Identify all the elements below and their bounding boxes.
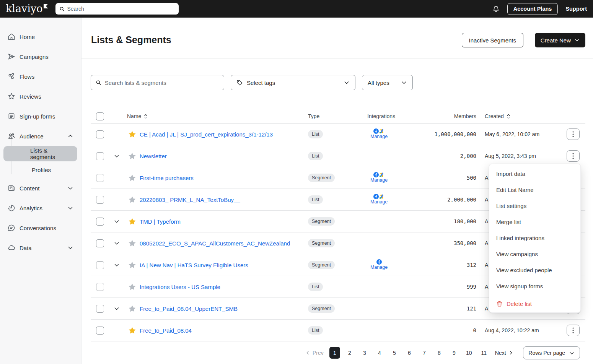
row-star[interactable] [128,326,137,335]
row-star[interactable] [128,130,137,139]
chevron-down-icon [401,80,407,86]
sidebar-item[interactable]: Sign-up forms [0,106,81,126]
page-number-button[interactable]: 4 [374,347,385,359]
next-page-button[interactable]: Next [495,350,513,356]
row-checkbox[interactable] [96,152,104,160]
page-number-button[interactable]: 6 [404,347,415,359]
create-new-button[interactable]: Create New [535,33,585,47]
notifications-bell-icon[interactable] [492,5,500,13]
row-checkbox[interactable] [96,218,104,226]
sidebar-item[interactable]: Campaigns [0,47,81,67]
row-checkbox[interactable] [96,283,104,291]
sidebar-item[interactable]: Reviews [0,86,81,106]
column-header-name[interactable]: Name [109,113,308,119]
sidebar-item[interactable]: Data [0,238,81,258]
row-star[interactable] [128,152,137,161]
menu-item[interactable]: Linked integrations [489,230,580,246]
account-plans-button[interactable]: Account Plans [507,3,558,15]
row-expand-chevron[interactable] [114,218,120,224]
row-expand-chevron[interactable] [114,240,120,246]
sort-icon[interactable] [143,114,148,119]
list-name-link[interactable]: Free_to_Paid_08.04_UpperENT_SMB [140,306,308,312]
row-checkbox[interactable] [96,196,104,204]
list-name-link[interactable]: First-time purchasers [140,175,308,181]
sidebar-item[interactable]: Conversations [0,218,81,238]
row-star[interactable] [128,195,137,204]
list-name-link[interactable]: Free_to_Paid_08.04 [140,327,308,334]
sidebar-item[interactable]: Home [0,27,81,47]
row-checkbox[interactable] [96,239,104,247]
list-name-link[interactable]: CE | Acad | JL | SJ_prod_cert_expiration… [140,131,308,138]
row-star[interactable] [128,174,137,182]
row-star[interactable] [128,261,137,270]
row-actions-button[interactable] [567,128,580,140]
menu-item[interactable]: Edit List Name [489,182,580,198]
column-header-members[interactable]: Members [425,113,476,119]
menu-item[interactable]: View signup forms [489,278,580,294]
global-search-input[interactable] [67,6,174,12]
create-new-label: Create New [541,37,571,44]
list-name-link[interactable]: Integrations Users - US Sample [140,284,308,290]
row-star[interactable] [128,239,137,248]
row-checkbox[interactable] [96,327,104,335]
prev-page-button[interactable]: Prev [305,350,324,356]
column-header-type[interactable]: Type [308,113,367,119]
menu-item[interactable]: View campaigns [489,246,580,262]
all-types-dropdown[interactable]: All types [362,75,413,90]
list-search[interactable] [91,75,224,90]
support-link[interactable]: Support [565,6,587,12]
chevron-down-icon [114,153,120,159]
row-actions-button[interactable] [567,150,580,162]
column-header-created[interactable]: Created [476,113,560,119]
rows-per-page-dropdown[interactable]: Rows Per page [523,346,580,359]
sidebar-item[interactable]: Flows [0,67,81,86]
row-checkbox[interactable] [96,130,104,138]
row-expand-chevron[interactable] [114,306,120,312]
manage-integrations-link[interactable]: Manage [370,177,388,184]
row-star[interactable] [128,304,137,313]
menu-item[interactable]: Merge list [489,214,580,230]
row-actions-button[interactable] [567,325,580,336]
page-number-button[interactable]: 1 [329,347,340,359]
delete-list-menu-item[interactable]: Delete list [489,295,580,312]
sidebar-item[interactable]: Profiles [0,161,81,178]
row-star[interactable] [128,217,137,226]
manage-integrations-link[interactable]: Manage [370,134,388,140]
manage-integrations-link[interactable]: Manage [370,199,388,205]
menu-item[interactable]: Import data [489,166,580,182]
list-name-link[interactable]: TMD | Typeform [140,218,308,225]
row-expand-chevron[interactable] [114,153,120,159]
row-checkbox[interactable] [96,261,104,269]
sidebar-item[interactable]: Audience [0,126,81,146]
sidebar-item[interactable]: Analytics [0,198,81,218]
row-checkbox[interactable] [96,174,104,182]
list-search-input[interactable] [105,80,219,86]
select-tags-dropdown[interactable]: Select tags [231,75,355,90]
page-number-button[interactable]: 5 [389,347,400,359]
row-checkbox[interactable] [96,305,104,313]
page-number-button[interactable]: 8 [434,347,445,359]
sort-icon[interactable] [506,114,511,119]
list-name-link[interactable]: 08052022_ECO_S_APAC_AllCustomers_AC_NewZ… [140,240,308,247]
page-number-button[interactable]: 11 [479,347,489,359]
star-gray-icon [128,195,137,204]
select-all-checkbox[interactable] [96,112,104,120]
sidebar-item[interactable]: Content [0,178,81,198]
list-name-link[interactable]: IA | New Nav | HaTS Survey Eligible User… [140,262,308,268]
global-search[interactable] [55,3,179,15]
manage-integrations-link[interactable]: Manage [370,265,388,271]
page-number-button[interactable]: 3 [359,347,370,359]
page-number-button[interactable]: 9 [449,347,459,359]
page-number-button[interactable]: 7 [419,347,430,359]
row-star[interactable] [128,283,137,291]
menu-item[interactable]: View excluded people [489,262,580,278]
list-name-link[interactable]: Newsletter [140,153,308,159]
menu-item[interactable]: List settings [489,198,580,214]
klaviyo-logo[interactable]: klaviyo [6,3,48,15]
list-name-link[interactable]: 20220803_ PRMK_L_NA_TextToBuy__ [140,197,308,203]
row-expand-chevron[interactable] [114,262,120,268]
sidebar-item[interactable]: Lists & segments [3,146,77,161]
inactive-segments-button[interactable]: Inactive Segments [462,33,523,47]
page-number-button[interactable]: 10 [464,347,474,359]
page-number-button[interactable]: 2 [344,347,355,359]
